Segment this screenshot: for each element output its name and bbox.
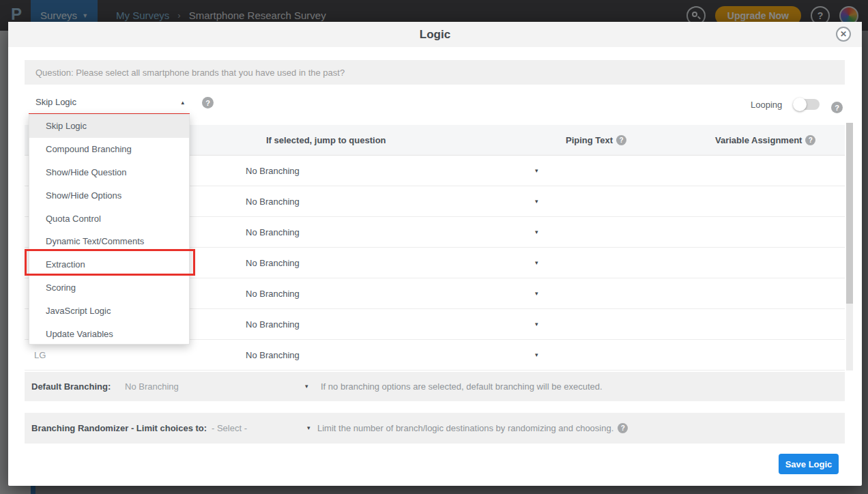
randomizer-label: Branching Randomizer - Limit choices to: [31,413,207,444]
header-piping-label: Piping Text [566,135,613,145]
header-jump-label: If selected, jump to question [266,135,386,145]
header-piping: Piping Text ? [566,125,626,156]
randomizer-hint: Limit the number of branch/logic destina… [317,413,628,444]
jump-to-question-select[interactable]: No Branching [246,217,300,248]
toggle-knob [793,98,807,111]
caret-down-icon: ▾ [535,309,538,340]
default-branching-select[interactable]: No Branching [125,372,179,401]
logic-help-icon[interactable]: ? [202,97,214,108]
logic-type-value: Skip Logic [35,97,76,107]
menu-item-show-hide-question[interactable]: Show/Hide Question [29,161,189,184]
modal-title: Logic [8,22,862,47]
jump-to-question-select[interactable]: No Branching [246,340,300,370]
caret-down-icon: ▾ [535,340,538,370]
default-branching-label: Default Branching: [31,372,111,401]
caret-up-icon: ▴ [181,99,184,106]
close-icon[interactable]: ✕ [836,27,851,42]
logic-modal: Logic ✕ Question: Please select all smar… [8,22,862,486]
logic-type-select[interactable]: Skip Logic ▴ [29,93,190,113]
caret-down-icon: ▾ [535,248,538,278]
caret-down-icon: ▾ [535,278,538,309]
question-bar: Question: Please select all smartphone b… [25,60,845,85]
jump-to-question-select[interactable]: No Branching [246,309,300,340]
menu-item-scoring[interactable]: Scoring [29,276,189,300]
question-text: Question: Please select all smartphone b… [35,68,345,78]
caret-down-icon: ▾ [535,186,538,217]
caret-down-icon: ▾ [307,413,310,444]
screen: P Surveys ▼ My Surveys › Smartphone Rese… [0,0,868,494]
default-branching-bar: Default Branching: No Branching ▾ If no … [25,372,845,401]
menu-item-show-hide-options[interactable]: Show/Hide Options [29,184,189,207]
modal-header: Logic [8,22,862,47]
jump-to-question-select[interactable]: No Branching [246,156,300,186]
caret-down-icon: ▾ [535,156,538,186]
menu-item-javascript-logic[interactable]: JavaScript Logic [29,299,189,322]
randomizer-select[interactable]: - Select - [212,413,247,444]
randomizer-hint-text: Limit the number of branch/logic destina… [317,413,613,443]
randomizer-bar: Branching Randomizer - Limit choices to:… [25,413,845,444]
menu-item-update-variables[interactable]: Update Variables [29,322,189,345]
header-jump: If selected, jump to question [266,125,386,156]
scrollbar-thumb[interactable] [846,123,853,304]
extraction-highlight-annotation [25,249,195,276]
looping-label: Looping [751,100,782,110]
save-logic-button[interactable]: Save Logic [779,454,839,474]
default-branching-hint: If no branching options are selected, de… [321,372,603,401]
piping-help-icon[interactable]: ? [616,135,626,145]
looping-toggle[interactable] [795,99,820,110]
header-variable: Variable Assignment ? [715,125,815,156]
variable-help-icon[interactable]: ? [805,135,815,145]
randomizer-help-icon[interactable]: ? [618,423,628,433]
jump-to-question-select[interactable]: No Branching [246,248,300,278]
jump-to-question-select[interactable]: No Branching [246,186,300,217]
caret-down-icon: ▾ [535,217,538,248]
default-branching-hint-text: If no branching options are selected, de… [321,372,603,401]
menu-item-compound-branching[interactable]: Compound Branching [29,138,189,161]
looping-help-icon[interactable]: ? [831,102,843,113]
caret-down-icon: ▾ [305,372,308,401]
table-scrollbar[interactable] [846,123,853,370]
jump-to-question-select[interactable]: No Branching [246,278,300,309]
menu-item-quota-control[interactable]: Quota Control [29,207,189,230]
menu-item-skip-logic[interactable]: Skip Logic [29,115,189,138]
header-variable-label: Variable Assignment [715,135,802,145]
logic-type-menu: Skip LogicCompound BranchingShow/Hide Qu… [29,114,190,345]
